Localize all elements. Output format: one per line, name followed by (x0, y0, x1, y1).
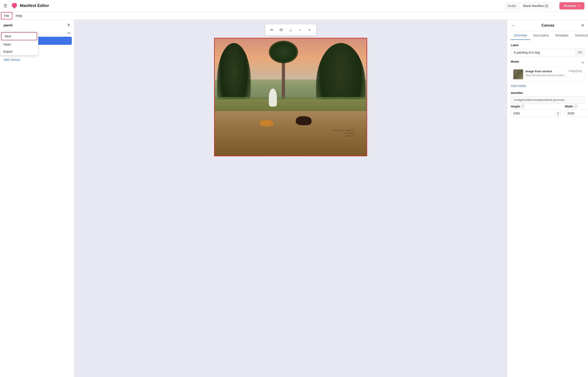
preview-caret-icon: ▼ (578, 4, 580, 7)
pencil-tool-button[interactable]: ✏ (268, 26, 276, 34)
lang-badge: EN (576, 49, 584, 55)
height-input-row: ▲ ▼ (511, 109, 561, 117)
label-input[interactable] (511, 49, 576, 56)
hamburger-icon[interactable]: ☰ (4, 3, 7, 8)
canvas-image-wrapper: BOTANICAL GARDENS SINGAPORE APRIL '79 BO… (214, 38, 367, 156)
panel-close-icon[interactable]: ✕ (67, 23, 70, 27)
width-group: Width i ▲ ▼ (565, 105, 588, 117)
media-info: Image from service image/jpeg https://ii… (525, 69, 582, 77)
help-menu-item[interactable]: Help (13, 12, 25, 19)
canvas-toolbar: ✏ ⟳ ⌂ − + (265, 24, 316, 35)
media-thumb-inner (513, 69, 523, 79)
canvases-edit-icon[interactable]: ✏ (68, 31, 70, 35)
open-menu-item[interactable]: Open (0, 41, 38, 48)
media-type: image/jpeg (569, 69, 582, 72)
menubar: File Help New Open Export (0, 12, 588, 20)
home-tool-button[interactable]: ⌂ (287, 26, 294, 34)
caption-top-right: BOTANICAL GARDENS SINGAPORE APRIL '79 (333, 129, 354, 138)
identifier-field: /config/manifest-templates/blank.json/ca… (511, 96, 584, 104)
height-input[interactable] (511, 110, 555, 117)
right-panel-header: ← Canvas ✕ (507, 20, 588, 31)
tab-technical[interactable]: Technical (572, 31, 588, 40)
manifest-label: Blank Manifest (2) (519, 3, 552, 9)
height-down-button[interactable]: ▼ (555, 114, 561, 116)
new-menu-item[interactable]: New (1, 32, 37, 40)
identifier-label: Identifier (511, 91, 584, 94)
preview-button[interactable]: Preview ▼ (559, 2, 584, 10)
media-edit-icon[interactable]: ✏ (582, 61, 584, 64)
drafts-pill: Drafts Blank Manifest (2) (504, 2, 552, 9)
drafts-label: Drafts (505, 3, 519, 9)
file-dropdown: New Open Export (0, 32, 38, 55)
label-field-label: Label (511, 44, 584, 47)
media-label: Media (511, 60, 519, 63)
canvas-area[interactable]: ✏ ⟳ ⌂ − + (74, 20, 507, 377)
painting: BOTANICAL GARDENS SINGAPORE APRIL '79 BO… (215, 38, 367, 156)
left-panel: panel ✕ Canvases ✏ A painting of a dog A… (0, 20, 74, 377)
tab-descriptive[interactable]: Descriptive (530, 31, 552, 40)
height-info-icon[interactable]: i (521, 105, 524, 108)
right-panel-close-icon[interactable]: ✕ (581, 23, 584, 28)
logo: Manifest Editor (11, 2, 49, 10)
app-title: Manifest Editor (20, 3, 49, 8)
palm-fronds (269, 41, 298, 63)
back-icon[interactable]: ← (511, 23, 515, 28)
label-input-row: EN (511, 49, 584, 56)
add-media-button[interactable]: Add media (511, 84, 526, 88)
zoom-in-button[interactable]: + (306, 26, 313, 34)
add-canvas-button[interactable]: Add canvas (0, 56, 74, 64)
media-section-header: Media ✏ (511, 60, 584, 65)
media-thumbnail (513, 69, 523, 79)
height-group: Height i ▲ ▼ (511, 105, 561, 117)
mid-vegetation (215, 97, 367, 111)
right-panel-title: Canvas (542, 24, 554, 27)
figure (269, 89, 277, 106)
rotate-tool-button[interactable]: ⟳ (277, 26, 285, 34)
left-panel-title: panel (4, 23, 12, 27)
width-input-row: ▲ ▼ (565, 109, 588, 117)
topbar: ☰ Manifest Editor Drafts Blank Manifest … (0, 0, 588, 12)
dog-golden (260, 120, 274, 126)
dimensions-row: Height i ▲ ▼ Width i (511, 105, 584, 117)
right-content: Label EN Media ✏ Image from service imag… (507, 40, 588, 121)
height-up-button[interactable]: ▲ (555, 111, 561, 114)
zoom-out-button[interactable]: − (296, 26, 304, 34)
caption-bottom: BOTANICAL GARDENS. SINGAPORE. (267, 151, 316, 153)
logo-icon (11, 2, 18, 10)
dog-black (295, 116, 312, 125)
width-input[interactable] (565, 110, 588, 117)
right-panel: ← Canvas ✕ Overview Descriptive Metadata… (507, 20, 588, 377)
media-card: Image from service image/jpeg https://ii… (511, 67, 584, 82)
media-title: Image from service (525, 70, 552, 73)
right-tabs: Overview Descriptive Metadata Technical (507, 31, 588, 40)
width-info-icon[interactable]: i (574, 105, 577, 108)
tab-metadata[interactable]: Metadata (552, 31, 572, 40)
media-url: https://iiif.wellcomecollection.org/im..… (525, 74, 582, 77)
export-menu-item[interactable]: Export (0, 48, 38, 55)
width-label: Width i (565, 105, 588, 108)
file-menu-item[interactable]: File (1, 12, 12, 19)
main-layout: panel ✕ Canvases ✏ A painting of a dog A… (0, 20, 588, 377)
tab-overview[interactable]: Overview (511, 31, 530, 40)
height-label: Height i (511, 105, 561, 108)
height-stepper: ▲ ▼ (555, 111, 561, 116)
left-panel-header: panel ✕ (0, 20, 74, 29)
